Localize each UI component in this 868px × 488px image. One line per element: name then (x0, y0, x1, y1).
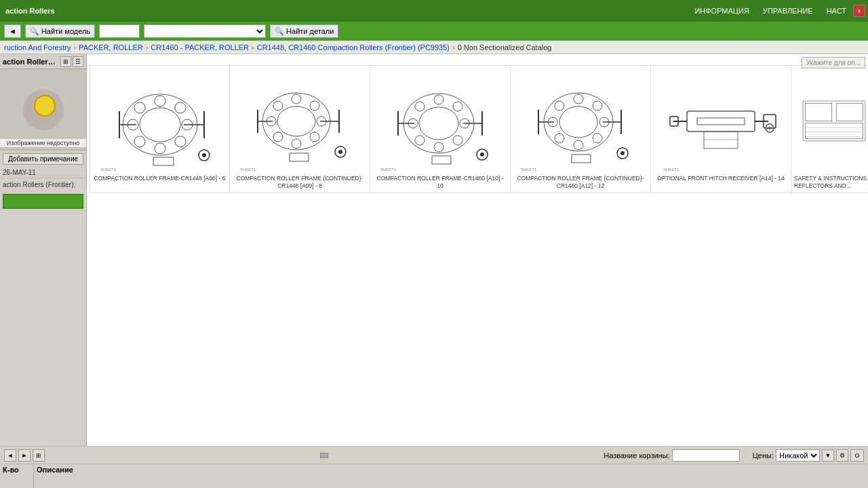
breadcrumb-item-2[interactable]: CR1460 - PACKER, ROLLER (151, 43, 249, 52)
scroll-handle[interactable] (320, 453, 328, 458)
diagram-image: SHEET1 (94, 68, 226, 174)
diagram-image: SHEET1 (374, 68, 507, 174)
nav-info-3[interactable]: НАСТ (827, 7, 846, 15)
sidebar-grid-view-button[interactable]: ⊞ (60, 56, 71, 67)
svg-rect-85 (836, 103, 863, 121)
search-input[interactable] (99, 24, 140, 38)
svg-point-58 (593, 101, 602, 110)
diagram-item[interactable]: SHEET1 COMPACTION ROLLER FRAME (CONTINUE… (230, 65, 370, 193)
breadcrumb: ruction And Forestry › PACKER, ROLLER › … (0, 41, 868, 54)
breadcrumb-sep-2: › (252, 43, 254, 52)
svg-point-37 (419, 107, 458, 140)
search-icon: 🔍 (30, 27, 39, 36)
svg-point-8 (134, 136, 145, 147)
breadcrumb-item-4: 0 Non Sectionalized Catalog (458, 43, 552, 52)
sidebar-list-view-button[interactable]: ☰ (73, 56, 83, 67)
diagram-item[interactable]: SHEET1 COMPACTION ROLLER FRAME-CR1448 [A… (90, 65, 230, 193)
svg-point-38 (415, 102, 425, 111)
svg-text:SHEET1: SHEET1 (100, 167, 117, 171)
breadcrumb-sep-1: › (146, 43, 149, 52)
find-model-button[interactable]: 🔍 Найти модель (25, 24, 95, 38)
sidebar-section-text: action Rollers (Frontier): (0, 178, 86, 191)
back-button[interactable]: ◄ (4, 24, 21, 38)
svg-point-6 (175, 136, 186, 147)
diagram-image (794, 68, 868, 174)
bottom-toolbar: ◄ ► ⊞ Название корзины: Цены: Никакой ▼ … (0, 446, 868, 464)
diagram-label: COMPACTION ROLLER FRAME (CONTINUED)-CR14… (513, 175, 648, 190)
svg-rect-84 (805, 103, 831, 121)
sidebar-date: 26-MAY-11 (0, 167, 86, 178)
svg-point-24 (310, 132, 319, 142)
svg-point-69 (620, 151, 625, 155)
toolbar-btn-3[interactable]: ⊞ (33, 449, 45, 462)
svg-point-20 (273, 101, 283, 110)
diagram-label: COMPACTION ROLLER FRAME (CONTINUED)-CR14… (233, 175, 367, 190)
diagram-image: SHEET1 (655, 68, 787, 174)
table-header: К-во Описание (0, 464, 868, 488)
search-dropdown[interactable] (144, 24, 266, 38)
svg-point-62 (555, 134, 564, 143)
svg-point-25 (292, 139, 301, 148)
find-parts-button[interactable]: 🔍 Найти детали (270, 24, 338, 38)
svg-point-7 (155, 143, 165, 154)
svg-point-21 (292, 94, 301, 104)
price-select-btn[interactable]: ▼ (822, 449, 834, 462)
toolbar-btn-1[interactable]: ◄ (4, 449, 16, 462)
breadcrumb-sep-0: › (73, 43, 76, 52)
nav-info-1[interactable]: ИНФОРМАЦИЯ (694, 7, 749, 15)
window-close-button[interactable]: × (853, 5, 865, 17)
svg-point-55 (559, 106, 597, 138)
svg-point-43 (434, 142, 443, 152)
svg-text:SHEET1: SHEET1 (240, 167, 256, 171)
svg-point-33 (338, 150, 342, 154)
breadcrumb-item-3[interactable]: CR1448, CR1460 Compaction Rollers (Front… (257, 43, 450, 52)
svg-point-19 (277, 106, 315, 136)
breadcrumb-item-1[interactable]: PACKER, ROLLER (79, 43, 143, 52)
extra-field[interactable]: О (850, 449, 864, 462)
settings-btn[interactable]: ⚙ (836, 449, 848, 462)
svg-rect-52 (432, 156, 451, 164)
diagram-label: COMPACTION ROLLER FRAME-CR1448 [A06] - 6 (94, 175, 226, 182)
svg-point-42 (453, 136, 462, 145)
breadcrumb-item-0[interactable]: ruction And Forestry (4, 43, 71, 52)
diagram-item[interactable]: SAFETY & INSTRUCTIONS REFLECTORS AND... (791, 65, 868, 193)
search-icon-2: 🔍 (275, 27, 284, 36)
svg-point-15 (202, 153, 206, 157)
image-unavailable-label: Изображение недоступно (0, 139, 86, 147)
svg-point-22 (310, 101, 319, 110)
sidebar: action Rollers... ⊞ ☰ Изображение недост… (0, 54, 87, 446)
basket-name-input[interactable] (672, 449, 740, 462)
svg-point-51 (480, 152, 484, 157)
svg-point-60 (593, 134, 602, 143)
svg-point-56 (555, 101, 564, 110)
svg-text:SHEET1: SHEET1 (380, 167, 397, 171)
diagram-label: SAFETY & INSTRUCTIONS REFLECTORS AND... (794, 175, 868, 190)
price-label: Цены: (753, 451, 774, 460)
cursor-indicator (34, 95, 56, 117)
svg-rect-34 (290, 153, 309, 161)
window-title: action Rollers (5, 7, 55, 15)
svg-point-54 (544, 93, 613, 151)
svg-point-4 (175, 102, 186, 113)
svg-point-3 (155, 96, 165, 106)
add-note-button[interactable]: Добавить примечание (3, 153, 83, 165)
sidebar-green-button[interactable] (3, 194, 83, 209)
filter-input[interactable]: Укажите для оп... (802, 57, 865, 68)
diagram-label: OPTIONAL FRONT HITCH RECEIVER [A14] - 14 (657, 175, 785, 182)
svg-text:SHEET1: SHEET1 (521, 167, 537, 171)
table-col-desc: Описание (34, 464, 868, 488)
content-area: Укажите для оп... (87, 54, 868, 446)
nav-info-2[interactable]: УПРАВЛЕНИЕ (763, 7, 813, 15)
svg-point-2 (134, 102, 145, 113)
diagram-label: COMPACTION ROLLER FRAME-CR1460 [A10] - 1… (373, 175, 507, 190)
svg-point-1 (140, 108, 180, 142)
svg-point-40 (453, 102, 462, 111)
toolbar-btn-2[interactable]: ► (18, 449, 31, 462)
breadcrumb-sep-3: › (452, 43, 455, 52)
diagram-image: SHEET1 (515, 68, 647, 174)
diagram-item[interactable]: SHEET1 COMPACTION ROLLER FRAME-CR1460 [A… (370, 65, 511, 193)
price-select[interactable]: Никакой (776, 449, 820, 462)
diagram-item[interactable]: SHEET1 COMPACTION ROLLER FRAME (CONTINUE… (511, 65, 651, 193)
svg-point-57 (574, 94, 583, 104)
diagram-item[interactable]: SHEET1 OPTIONAL FRONT HITCH RECEIVER [A1… (651, 65, 791, 193)
